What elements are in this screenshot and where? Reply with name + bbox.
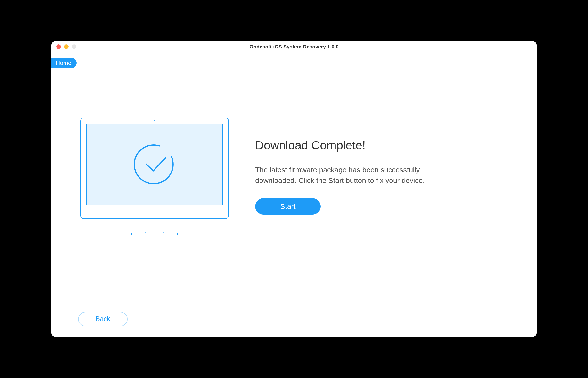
svg-rect-2: [86, 124, 222, 205]
main-content: Download Complete! The latest firmware p…: [51, 52, 537, 301]
close-window-button[interactable]: [56, 44, 61, 49]
app-window: Ondesoft iOS System Recovery 1.0.0 Home: [51, 41, 537, 337]
home-tab-label: Home: [56, 60, 71, 66]
minimize-window-button[interactable]: [64, 44, 69, 49]
back-button-label: Back: [96, 315, 110, 323]
start-button[interactable]: Start: [255, 198, 321, 215]
back-button[interactable]: Back: [78, 312, 128, 326]
start-button-label: Start: [280, 202, 295, 210]
computer-checkmark-illustration: [78, 116, 231, 238]
traffic-lights: [51, 44, 76, 49]
svg-point-1: [154, 121, 155, 122]
page-heading: Download Complete!: [255, 138, 510, 152]
home-tab[interactable]: Home: [51, 58, 77, 68]
page-description: The latest firmware package has been suc…: [255, 164, 461, 186]
window-title: Ondesoft iOS System Recovery 1.0.0: [249, 44, 339, 50]
maximize-window-button[interactable]: [72, 44, 76, 49]
titlebar: Ondesoft iOS System Recovery 1.0.0: [51, 41, 537, 52]
footer: Back: [51, 301, 537, 337]
text-section: Download Complete! The latest firmware p…: [255, 138, 510, 215]
